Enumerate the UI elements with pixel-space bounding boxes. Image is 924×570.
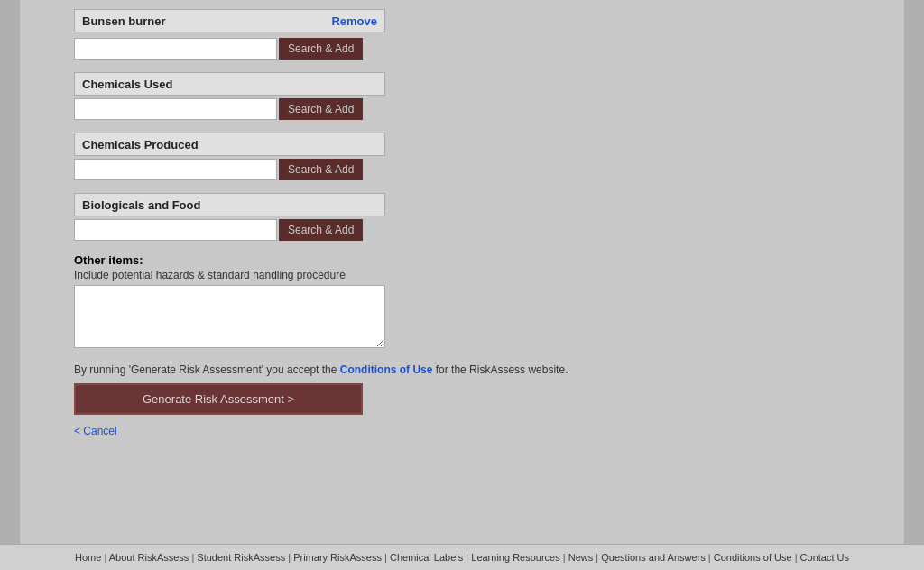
conditions-text: By running 'Generate Risk Assessment' yo… xyxy=(74,363,886,376)
footer-home-link[interactable]: Home xyxy=(75,552,101,563)
footer-questions-link[interactable]: Questions and Answers xyxy=(601,552,706,563)
cancel-link[interactable]: < Cancel xyxy=(74,425,117,437)
biologicals-food-search-add-button[interactable]: Search & Add xyxy=(279,219,363,241)
chemicals-produced-search-input[interactable] xyxy=(74,159,277,180)
footer: Home | About RiskAssess | Student RiskAs… xyxy=(0,544,924,570)
chemicals-used-header: Chemicals Used xyxy=(82,78,172,91)
footer-about-link[interactable]: About RiskAssess xyxy=(109,552,189,563)
top-search-add-button[interactable]: Search & Add xyxy=(279,38,363,60)
footer-learning-link[interactable]: Learning Resources xyxy=(471,552,559,563)
other-items-label: Other items: xyxy=(74,253,886,267)
other-items-hint: Include potential hazards & standard han… xyxy=(74,269,886,281)
chemicals-used-search-input[interactable] xyxy=(74,98,277,120)
biologicals-food-search-input[interactable] xyxy=(74,219,277,241)
footer-conditions-link[interactable]: Conditions of Use xyxy=(714,552,792,563)
chemicals-produced-search-add-button[interactable]: Search & Add xyxy=(279,159,363,180)
conditions-of-use-link[interactable]: Conditions of Use xyxy=(340,363,433,376)
chemicals-used-search-add-button[interactable]: Search & Add xyxy=(279,98,363,120)
remove-link[interactable]: Remove xyxy=(331,14,377,28)
footer-contact-link[interactable]: Contact Us xyxy=(800,552,849,563)
other-items-textarea[interactable] xyxy=(74,285,385,348)
footer-chemical-labels-link[interactable]: Chemical Labels xyxy=(390,552,463,563)
chemicals-produced-header: Chemicals Produced xyxy=(82,138,199,152)
generate-risk-assessment-button[interactable]: Generate Risk Assessment > xyxy=(74,383,363,415)
footer-links: Home | About RiskAssess | Student RiskAs… xyxy=(75,552,849,563)
footer-student-link[interactable]: Student RiskAssess xyxy=(197,552,285,563)
top-item-label: Bunsen burner xyxy=(82,14,165,28)
footer-primary-link[interactable]: Primary RiskAssess xyxy=(293,552,382,563)
top-search-input[interactable] xyxy=(74,38,277,60)
footer-news-link[interactable]: News xyxy=(568,552,594,563)
biologicals-food-header: Biologicals and Food xyxy=(82,198,200,212)
